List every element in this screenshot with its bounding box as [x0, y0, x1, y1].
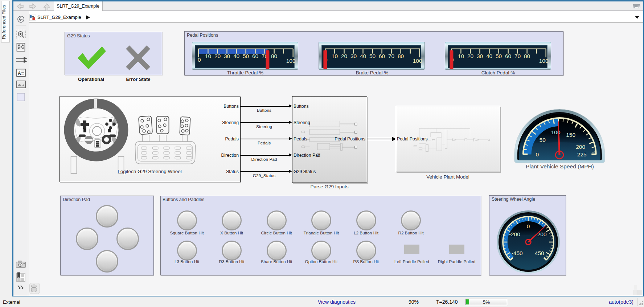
- svg-text:100: 100: [286, 58, 295, 64]
- svg-text:10: 10: [458, 53, 464, 59]
- svg-text:30: 30: [350, 53, 357, 59]
- svg-text:0: 0: [527, 223, 530, 229]
- svg-text:80: 80: [524, 53, 530, 59]
- svg-text:-200: -200: [509, 231, 520, 237]
- svg-text:10: 10: [205, 53, 211, 59]
- svg-text:100: 100: [413, 58, 422, 64]
- svg-text:80: 80: [271, 53, 277, 59]
- svg-text:0: 0: [198, 57, 201, 63]
- svg-text:10: 10: [331, 53, 338, 59]
- svg-text:A: A: [18, 71, 21, 76]
- svg-text:30: 30: [223, 53, 230, 59]
- svg-text:150: 150: [566, 132, 575, 138]
- svg-text:100: 100: [539, 58, 549, 64]
- svg-text:60: 60: [252, 53, 258, 59]
- svg-text:40: 40: [486, 53, 493, 59]
- svg-text:20: 20: [467, 53, 474, 59]
- svg-text:60: 60: [378, 53, 385, 59]
- svg-text:50: 50: [242, 53, 249, 59]
- svg-text:70: 70: [514, 53, 521, 59]
- svg-text:60: 60: [505, 53, 512, 59]
- svg-text:50: 50: [496, 53, 502, 59]
- svg-text:20: 20: [214, 53, 221, 59]
- svg-text:20: 20: [341, 53, 347, 59]
- svg-text:225: 225: [577, 151, 587, 157]
- svg-text:80: 80: [397, 53, 404, 59]
- svg-text:40: 40: [233, 53, 239, 59]
- svg-text:30: 30: [477, 53, 483, 59]
- svg-text:0: 0: [536, 151, 539, 157]
- svg-text:200: 200: [576, 144, 585, 150]
- svg-text:70: 70: [388, 53, 394, 59]
- svg-text:-450: -450: [512, 250, 523, 256]
- svg-text:40: 40: [360, 53, 366, 59]
- svg-text:50: 50: [369, 53, 376, 59]
- svg-text:50: 50: [540, 137, 546, 143]
- svg-text:450: 450: [535, 250, 544, 256]
